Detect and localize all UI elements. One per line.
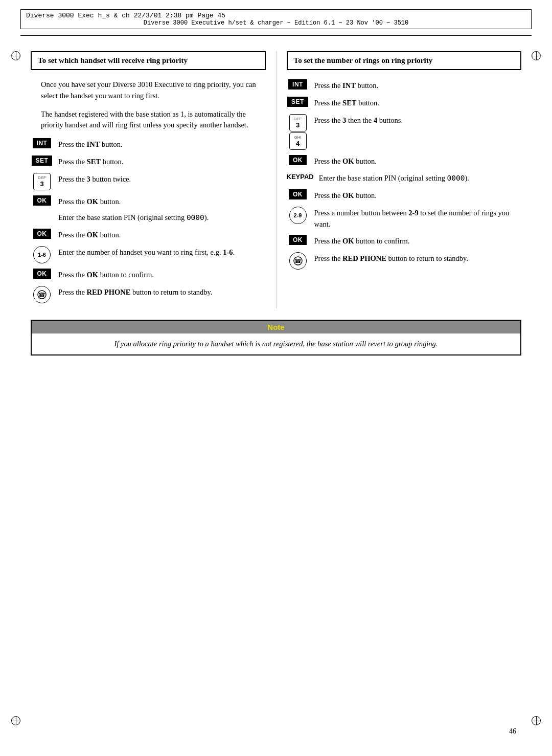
reg-mark-bottom-right	[532, 716, 541, 725]
right-step-red-phone: ☎ Press the RED PHONE button to return t…	[287, 252, 522, 270]
def34-badges: DEF 3 GHI 4	[287, 114, 309, 150]
left-column: To set which handset will receive ring p…	[31, 51, 277, 308]
right-step-ok3: OK Press the OK button to confirm.	[287, 235, 522, 247]
left-step-ok1-text: Press the OK button.	[58, 195, 121, 208]
right-step-34: DEF 3 GHI 4 Press the 3 then the 4 butto…	[287, 114, 522, 150]
right-step-ok3-text: Press the OK button to confirm.	[314, 235, 410, 247]
reg-mark-top-right	[532, 51, 541, 60]
right-column: To set the number of rings on ring prior…	[277, 51, 522, 308]
reg-mark-top-left	[11, 51, 20, 60]
page-border-top	[20, 35, 532, 36]
main-content: To set which handset will receive ring p…	[31, 51, 521, 308]
right-step-int-text: Press the INT button.	[314, 79, 379, 92]
left-pin-text: Enter the base station PIN (original set…	[58, 212, 266, 224]
right-step-red-phone-text: Press the RED PHONE button to return to …	[314, 252, 469, 264]
left-intro2: The handset registered with the base sta…	[31, 109, 266, 131]
right-step-2-9: 2-9 Press a number button between 2-9 to…	[287, 207, 522, 230]
reg-mark-bottom-left	[11, 716, 20, 725]
page-header: Diverse 3000 Exec h_s & ch 22/3/01 2:38 …	[20, 9, 532, 29]
phone-icon-right: ☎	[293, 256, 303, 265]
left-step-ok3-text: Press the OK button to confirm.	[58, 269, 154, 281]
circle-1-6-badge: 1-6	[31, 246, 53, 263]
ok-badge-1: OK	[31, 195, 53, 206]
left-step-ok3: OK Press the OK button to confirm.	[31, 269, 266, 281]
right-step-2-9-text: Press a number button between 2-9 to set…	[314, 207, 522, 230]
right-int-badge: INT	[287, 79, 309, 90]
right-step-ok1: OK Press the OK button.	[287, 155, 522, 167]
keypad-badge-container: KEYPAD	[287, 172, 314, 181]
right-step-34-text: Press the 3 then the 4 buttons.	[314, 114, 403, 126]
left-intro1: Once you have set your Diverse 3010 Exec…	[31, 79, 266, 102]
left-step-red-phone-text: Press the RED PHONE button to return to …	[58, 286, 213, 298]
right-step-ok2: OK Press the OK button.	[287, 189, 522, 202]
phone-icon-left: ☎	[37, 290, 47, 299]
left-step-ok1: OK Press the OK button.	[31, 195, 266, 208]
red-phone-badge-left: ☎	[31, 286, 53, 303]
left-step-int: INT Press the INT button.	[31, 138, 266, 150]
right-step-keypad: KEYPAD Enter the base station PIN (origi…	[287, 172, 522, 184]
right-step-ok2-text: Press the OK button.	[314, 189, 377, 202]
svg-text:☎: ☎	[38, 292, 45, 298]
left-step-3: DEF 3 Press the 3 button twice.	[31, 173, 266, 190]
left-step-ok2-text: Press the OK button.	[58, 229, 121, 241]
ok-badge-2: OK	[31, 229, 53, 239]
left-step-ok2: OK Press the OK button.	[31, 229, 266, 241]
ok-badge-3: OK	[31, 269, 53, 279]
left-step-3-text: Press the 3 button twice.	[58, 173, 131, 185]
right-ok-badge-3: OK	[287, 235, 309, 245]
int-badge: INT	[31, 138, 53, 148]
left-step-1-6: 1-6 Enter the number of handset you want…	[31, 246, 266, 263]
right-step-set-text: Press the SET button.	[314, 97, 379, 109]
left-step-red-phone: ☎ Press the RED PHONE button to return t…	[31, 286, 266, 303]
note-box: Note If you allocate ring priority to a …	[31, 320, 521, 356]
header-line2: Diverse 3000 Executive h/set & charger ~…	[144, 19, 408, 27]
left-step-set: SET Press the SET button.	[31, 155, 266, 168]
left-step-int-text: Press the INT button.	[58, 138, 123, 150]
set-badge: SET	[31, 155, 53, 166]
left-section-header: To set which handset will receive ring p…	[31, 51, 266, 70]
right-step-set: SET Press the SET button.	[287, 97, 522, 109]
right-step-int: INT Press the INT button.	[287, 79, 522, 92]
note-body: If you allocate ring priority to a hands…	[32, 333, 520, 355]
note-header: Note	[32, 321, 520, 333]
right-step-keypad-text: Enter the base station PIN (original set…	[319, 172, 469, 184]
left-step-set-text: Press the SET button.	[58, 155, 123, 168]
red-phone-badge-right: ☎	[287, 252, 309, 270]
right-section-header: To set the number of rings on ring prior…	[287, 51, 522, 70]
header-line1: Diverse 3000 Exec h_s & ch 22/3/01 2:38 …	[26, 12, 225, 19]
left-step-1-6-text: Enter the number of handset you want to …	[58, 246, 235, 258]
page-number: 46	[509, 727, 516, 736]
right-set-badge: SET	[287, 97, 309, 107]
right-ok-badge-2: OK	[287, 189, 309, 199]
def3-badge: DEF 3	[31, 173, 53, 190]
svg-text:☎: ☎	[294, 258, 302, 264]
circle-2-9-badge: 2-9	[287, 207, 309, 224]
right-step-ok1-text: Press the OK button.	[314, 155, 377, 167]
right-ok-badge-1: OK	[287, 155, 309, 165]
